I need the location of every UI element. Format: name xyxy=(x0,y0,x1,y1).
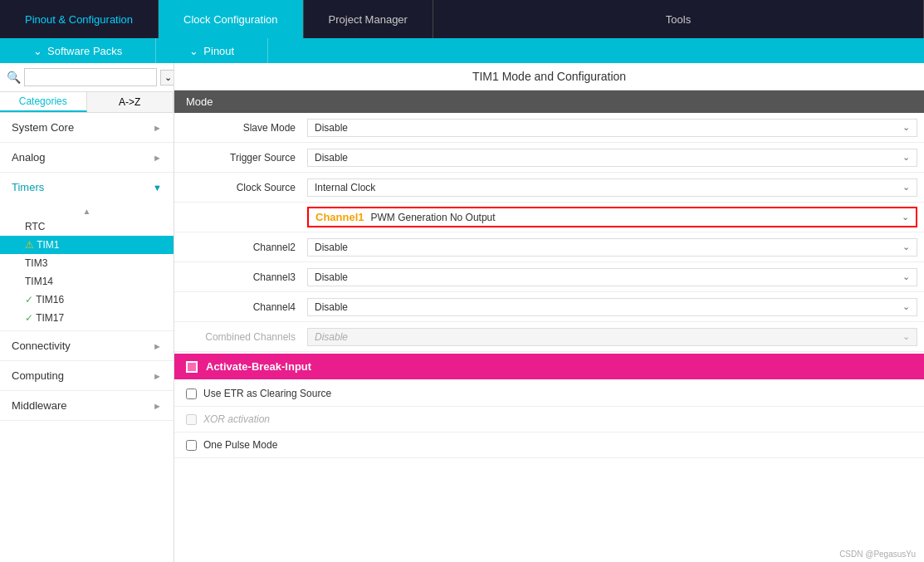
section-connectivity: Connectivity ► xyxy=(0,331,174,361)
sidebar-item-rtc[interactable]: RTC xyxy=(0,217,174,236)
tab-categories[interactable]: Categories xyxy=(0,92,87,112)
section-analog: Analog ► xyxy=(0,143,174,173)
chevron-down-icon: ⌄ xyxy=(902,301,910,312)
label-etr: Use ETR as Clearing Source xyxy=(203,388,331,399)
activate-break-checkbox[interactable] xyxy=(186,361,198,373)
label-one-pulse: One Pulse Mode xyxy=(203,439,277,451)
subnav-software-packs[interactable]: ⌄ Software Packs xyxy=(0,38,156,63)
tab-bar: Categories A->Z xyxy=(0,92,174,113)
sidebar-item-tim3[interactable]: TIM3 xyxy=(0,254,174,272)
sidebar-item-tim14[interactable]: TIM14 xyxy=(0,272,174,291)
label-slave-mode: Slave Mode xyxy=(174,117,307,139)
config-row-channel1: Channel1 PWM Generation No Output ⌄ xyxy=(174,203,924,232)
config-row-channel4: Channel4 Disable ⌄ xyxy=(174,292,924,322)
select-channel2[interactable]: Disable ⌄ xyxy=(307,238,917,257)
main-layout: 🔍 ⌄ ⚙ Categories A->Z System Core ► Anal… xyxy=(0,63,924,562)
chevron-down-icon: ⌄ xyxy=(902,182,910,193)
select-clock-source[interactable]: Internal Clock ⌄ xyxy=(307,178,917,197)
config-row-clock-source: Clock Source Internal Clock ⌄ xyxy=(174,173,924,203)
label-channel3: Channel3 xyxy=(174,266,307,288)
label-channel1 xyxy=(174,213,307,222)
search-dropdown-button[interactable]: ⌄ xyxy=(160,70,174,86)
checkbox-xor[interactable] xyxy=(186,414,197,425)
label-clock-source: Clock Source xyxy=(174,177,307,198)
select-combined-channels[interactable]: Disable ⌄ xyxy=(307,328,917,346)
checkbox-etr[interactable] xyxy=(186,389,197,399)
search-icon: 🔍 xyxy=(7,71,21,84)
activate-break-input-row[interactable]: Activate-Break-Input xyxy=(174,354,924,379)
select-trigger-source[interactable]: Disable ⌄ xyxy=(307,149,917,167)
chevron-down-icon: ⌄ xyxy=(902,331,910,342)
checkbox-one-pulse[interactable] xyxy=(186,440,197,451)
label-channel4: Channel4 xyxy=(174,296,307,318)
label-combined-channels: Combined Channels xyxy=(174,326,307,348)
tab-az[interactable]: A->Z xyxy=(87,92,174,112)
chevron-down-icon: ⌄ xyxy=(33,45,42,57)
chevron-right-icon: ► xyxy=(153,123,162,133)
checkbox-row-xor: XOR activation xyxy=(174,407,924,432)
timers-subsection: ▲ RTC TIM1 TIM3 TIM14 TIM16 TIM17 xyxy=(0,202,174,330)
sidebar-item-tim17[interactable]: TIM17 xyxy=(0,309,174,327)
chevron-down-icon: ⌄ xyxy=(902,152,910,163)
config-row-channel3: Channel3 Disable ⌄ xyxy=(174,262,924,292)
chevron-down-icon: ⌄ xyxy=(189,45,198,57)
section-connectivity-header[interactable]: Connectivity ► xyxy=(0,331,174,360)
nav-clock-config[interactable]: Clock Configuration xyxy=(159,0,303,38)
section-system-core: System Core ► xyxy=(0,113,174,143)
section-timers-header[interactable]: Timers ▼ xyxy=(0,173,174,202)
chevron-right-icon: ► xyxy=(153,371,162,381)
nav-pinout-config[interactable]: Pinout & Configuration xyxy=(0,0,159,38)
sub-nav: ⌄ Software Packs ⌄ Pinout xyxy=(0,38,924,63)
section-computing: Computing ► xyxy=(0,361,174,391)
config-row-slave-mode: Slave Mode Disable ⌄ xyxy=(174,113,924,143)
config-body: Slave Mode Disable ⌄ Trigger Source Disa… xyxy=(174,113,924,546)
sidebar-item-tim16[interactable]: TIM16 xyxy=(0,291,174,309)
label-trigger-source: Trigger Source xyxy=(174,147,307,169)
chevron-down-icon: ⌄ xyxy=(902,122,910,133)
checkbox-row-one-pulse: One Pulse Mode xyxy=(174,432,924,458)
chevron-right-icon: ► xyxy=(153,341,162,351)
content-area: TIM1 Mode and Configuration Mode Slave M… xyxy=(174,63,924,562)
section-computing-header[interactable]: Computing ► xyxy=(0,361,174,390)
select-slave-mode[interactable]: Disable ⌄ xyxy=(307,119,917,137)
checkbox-row-etr: Use ETR as Clearing Source xyxy=(174,381,924,407)
chevron-right-icon: ► xyxy=(153,153,162,163)
search-bar: 🔍 ⌄ ⚙ xyxy=(0,63,174,92)
nav-tools[interactable]: Tools xyxy=(433,0,924,38)
subnav-pinout[interactable]: ⌄ Pinout xyxy=(156,38,268,63)
select-channel1[interactable]: Channel1 PWM Generation No Output ⌄ xyxy=(307,207,917,227)
select-channel3[interactable]: Disable ⌄ xyxy=(307,268,917,286)
section-system-core-header[interactable]: System Core ► xyxy=(0,113,174,142)
watermark: CSDN @PegasusYu xyxy=(174,546,924,562)
config-row-trigger-source: Trigger Source Disable ⌄ xyxy=(174,143,924,173)
activate-break-label: Activate-Break-Input xyxy=(206,360,311,373)
scroll-up-indicator[interactable]: ▲ xyxy=(0,205,174,217)
chevron-down-icon: ⌄ xyxy=(902,242,910,252)
label-channel2: Channel2 xyxy=(174,237,307,258)
sidebar-item-tim1[interactable]: TIM1 xyxy=(0,236,174,254)
nav-project-manager[interactable]: Project Manager xyxy=(304,0,433,38)
content-title: TIM1 Mode and Configuration xyxy=(174,63,924,90)
select-channel4[interactable]: Disable ⌄ xyxy=(307,298,917,316)
config-row-combined-channels: Combined Channels Disable ⌄ xyxy=(174,322,924,352)
config-row-channel2: Channel2 Disable ⌄ xyxy=(174,232,924,262)
section-analog-header[interactable]: Analog ► xyxy=(0,143,174,172)
chevron-down-icon: ⌄ xyxy=(902,212,909,222)
chevron-down-icon: ⌄ xyxy=(902,271,910,282)
channel1-label: Channel1 xyxy=(315,211,364,223)
section-middleware-header[interactable]: Middleware ► xyxy=(0,391,174,420)
search-input[interactable] xyxy=(24,68,157,86)
section-middleware: Middleware ► xyxy=(0,391,174,421)
sidebar: 🔍 ⌄ ⚙ Categories A->Z System Core ► Anal… xyxy=(0,63,174,562)
top-nav: Pinout & Configuration Clock Configurati… xyxy=(0,0,924,38)
mode-header: Mode xyxy=(174,90,924,113)
label-xor: XOR activation xyxy=(203,413,270,425)
chevron-right-icon: ► xyxy=(153,401,162,411)
chevron-down-icon: ▼ xyxy=(153,183,162,193)
section-timers: Timers ▼ ▲ RTC TIM1 TIM3 TIM14 TIM16 TIM… xyxy=(0,173,174,331)
